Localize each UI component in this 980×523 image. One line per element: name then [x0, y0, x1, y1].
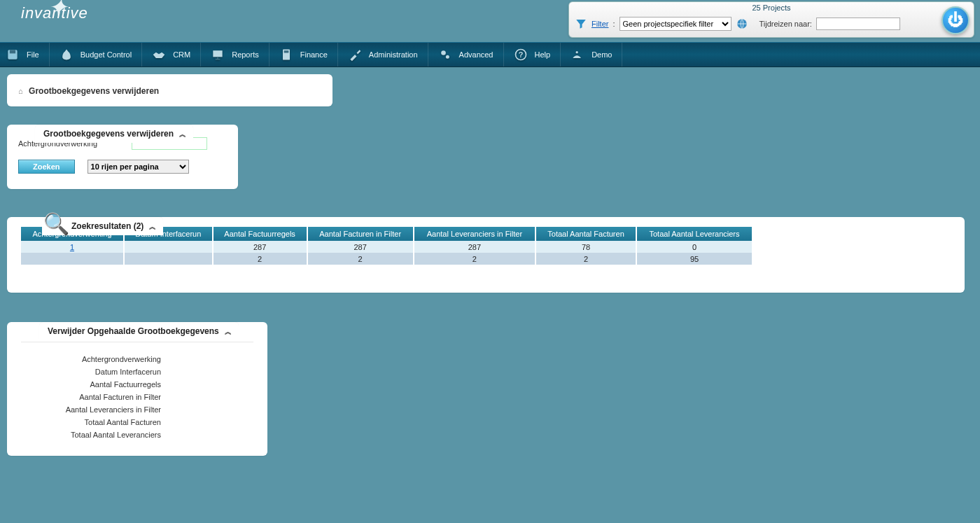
nav-crm[interactable]: CRM	[142, 43, 201, 67]
cell: 0	[636, 241, 752, 253]
col-factuurregels[interactable]: Aantal Factuurregels	[213, 227, 307, 241]
nav-advanced-label: Advanced	[459, 50, 493, 59]
results-panel-title: Zoekresultaten (2)	[71, 221, 144, 231]
nav-reports[interactable]: Reports	[201, 43, 270, 67]
svg-point-10	[576, 51, 578, 53]
svg-rect-2	[10, 50, 15, 53]
col-totaal-facturen[interactable]: Totaal Aantal Facturen	[536, 227, 636, 241]
detail-panel: Verwijder Opgehaalde Grootboekgegevens ︽…	[7, 322, 267, 456]
breadcrumb: ⌂ Grootboekgegevens verwijderen	[7, 74, 332, 106]
disk-icon	[6, 48, 20, 62]
globe-icon	[736, 18, 748, 30]
detail-field-label: Aantal Leveranciers in Filter	[21, 405, 161, 414]
top-toolbar: 25 Projects Filter : Geen projectspecifi…	[568, 1, 974, 38]
detail-field-label: Totaal Aantal Facturen	[21, 418, 161, 426]
collapse-icon[interactable]: ︽	[149, 222, 156, 232]
results-panel: 🔍 Zoekresultaten (2) ︽ Achtergrondverwer…	[7, 217, 965, 293]
nav-file[interactable]: File	[0, 43, 50, 67]
presentation-icon	[211, 48, 225, 62]
nav-advanced[interactable]: Advanced	[428, 43, 504, 67]
wizard-icon	[570, 48, 584, 62]
table-row[interactable]: 1 287 287 287 78 0	[21, 241, 752, 253]
cell: 2	[213, 253, 307, 265]
search-panel: Grootboekgegevens verwijderen ︽ Achtergr…	[7, 125, 238, 189]
power-button[interactable]: ⏻	[941, 6, 969, 34]
nav-finance-label: Finance	[300, 50, 328, 59]
collapse-icon[interactable]: ︽	[179, 130, 186, 139]
zoeken-button[interactable]: Zoeken	[18, 160, 75, 174]
logo-burst-icon: ✦	[48, 0, 68, 14]
detail-panel-title: Verwijder Opgehaalde Grootboekgegevens	[48, 326, 219, 336]
nav-budget-control[interactable]: Budget Control	[50, 43, 142, 67]
divider	[21, 342, 253, 342]
nav-file-label: File	[27, 50, 39, 59]
cell: 2	[414, 253, 536, 265]
search-panel-title: Grootboekgegevens verwijderen	[43, 129, 174, 139]
cell	[21, 253, 124, 265]
magnifier-icon: 🔍	[43, 211, 69, 236]
detail-field-label: Datum Interfacerun	[21, 368, 161, 376]
rows-per-page-select[interactable]: 10 rijen per pagina	[88, 160, 189, 174]
tijdreizen-input[interactable]	[816, 18, 900, 30]
cell: 95	[636, 253, 752, 265]
svg-point-7	[445, 55, 449, 59]
detail-field-label: Aantal Facturen in Filter	[21, 393, 161, 401]
cell	[124, 253, 213, 265]
filter-label-link[interactable]: Filter	[592, 20, 608, 28]
collapse-icon[interactable]: ︽	[225, 327, 232, 337]
power-icon: ⏻	[948, 11, 963, 29]
detail-field-label: Totaal Aantal Leveranciers	[21, 431, 161, 439]
nav-administration-label: Administration	[369, 50, 418, 59]
cell: 2	[536, 253, 636, 265]
filter-colon: :	[612, 20, 615, 28]
home-icon[interactable]: ⌂	[18, 87, 23, 95]
calculator-icon	[279, 48, 293, 62]
question-icon: ?	[514, 48, 528, 62]
handshake-icon	[152, 48, 166, 62]
cell: 287	[414, 241, 536, 253]
filter-select[interactable]: Geen projectspecifiek filter	[620, 17, 732, 31]
nav-crm-label: CRM	[173, 50, 190, 59]
svg-rect-3	[214, 50, 223, 57]
cell: 78	[536, 241, 636, 253]
brand-logo: ✦ invantive	[21, 4, 88, 22]
col-totaal-leveranciers[interactable]: Totaal Aantal Leveranciers	[636, 227, 752, 241]
nav-demo-label: Demo	[592, 50, 612, 59]
nav-reports-label: Reports	[232, 50, 259, 59]
table-row[interactable]: 2 2 2 2 95	[21, 253, 752, 265]
tools-icon	[348, 48, 362, 62]
tijdreizen-label: Tijdreizen naar:	[760, 20, 812, 28]
funnel-icon	[575, 18, 587, 30]
nav-demo[interactable]: Demo	[561, 43, 622, 67]
cell[interactable]: 1	[21, 241, 124, 253]
nav-help-label: Help	[535, 50, 551, 59]
detail-field-label: Achtergrondverwerking	[21, 355, 161, 363]
main-nav: File Budget Control CRM Reports Finance …	[0, 42, 980, 67]
cell: 287	[307, 241, 414, 253]
col-facturen-filter[interactable]: Aantal Facturen in Filter	[307, 227, 414, 241]
nav-finance[interactable]: Finance	[270, 43, 338, 67]
projects-title[interactable]: 25 Projects	[569, 2, 974, 13]
results-side-tab[interactable]	[935, 218, 960, 235]
svg-text:?: ?	[518, 50, 523, 59]
row-link[interactable]: 1	[70, 243, 74, 251]
detail-panel-tab: Verwijder Opgehaalde Grootboekgegevens ︽	[39, 322, 239, 340]
gears-icon	[438, 48, 452, 62]
col-leveranciers-filter[interactable]: Aantal Leveranciers in Filter	[414, 227, 536, 241]
detail-field-label: Aantal Factuurregels	[21, 380, 161, 389]
svg-rect-5	[284, 50, 288, 53]
nav-budget-label: Budget Control	[80, 50, 132, 59]
money-bag-icon	[59, 48, 74, 62]
nav-help[interactable]: ? Help	[504, 43, 561, 67]
cell: 2	[307, 253, 414, 265]
nav-administration[interactable]: Administration	[338, 43, 428, 67]
svg-point-6	[441, 50, 446, 55]
search-panel-tab: Grootboekgegevens verwijderen ︽	[35, 125, 193, 143]
cell: 287	[213, 241, 307, 253]
cell	[124, 241, 213, 253]
breadcrumb-title: Grootboekgegevens verwijderen	[29, 86, 159, 96]
